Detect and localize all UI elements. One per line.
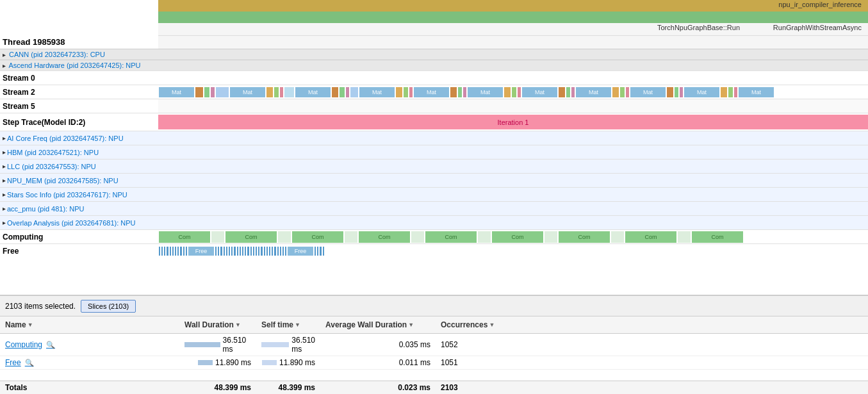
- stars-soc-text: Stars Soc Info (pid 2032647617): NPU: [7, 191, 127, 199]
- stream-0-label: Stream 0: [0, 71, 158, 85]
- overlap-analysis-row[interactable]: ▸ Overlap Analysis (pid 2032647681): NPU: [0, 215, 868, 229]
- bottom-toolbar: 2103 items selected. Slices (2103): [0, 296, 868, 316]
- comp-block-3: Com: [292, 231, 343, 243]
- stream-5-row: Stream 5: [0, 99, 868, 113]
- td-free-name[interactable]: Free 🔍: [0, 356, 179, 369]
- td-computing-name[interactable]: Computing 🔍: [0, 334, 179, 356]
- mat-block-6: Mat: [468, 87, 503, 97]
- npu-mem-arrow: ▸: [3, 177, 6, 184]
- th-self-time-label: Self time: [261, 320, 293, 329]
- computing-label: Computing: [0, 230, 158, 243]
- b26: [680, 87, 683, 97]
- free-tick-33: [272, 247, 273, 256]
- free-tick-6: [172, 247, 174, 256]
- comp-gap-2: [278, 231, 291, 243]
- ascend-section[interactable]: ▸ Ascend Hardware (pid 2032647425): NPU: [0, 60, 868, 70]
- b25: [675, 87, 678, 97]
- td-totals-avg: 0.023 ms: [320, 381, 436, 394]
- free-tick-8: [177, 247, 179, 256]
- acc-pmu-row[interactable]: ▸ acc_pmu (pid 481): NPU: [0, 201, 868, 215]
- free-tick-35: [277, 247, 279, 256]
- td-free-self: 11.890 ms: [256, 356, 320, 369]
- ascend-label[interactable]: ▸ Ascend Hardware (pid 2032647425): NPU: [0, 60, 158, 70]
- mat-block-11: Mat: [739, 87, 774, 97]
- cann-label[interactable]: ▸ CANN (pid 2032647233): CPU: [0, 49, 158, 60]
- th-avg-wall[interactable]: Average Wall Duration ▼: [320, 319, 436, 331]
- comp-block-5: Com: [425, 231, 477, 243]
- ascend-arrow: ▸: [3, 62, 6, 69]
- npu-mem-row[interactable]: ▸ NPU_MEM (pid 2032647585): NPU: [0, 173, 868, 187]
- acc-pmu-label[interactable]: ▸ acc_pmu (pid 481): NPU: [0, 202, 158, 215]
- npu-mem-chart: [158, 174, 868, 187]
- comp-block-4: Com: [359, 231, 410, 243]
- th-self-time[interactable]: Self time ▼: [256, 319, 320, 331]
- stream-0-text: Stream 0: [3, 74, 35, 83]
- th-name-sort-icon: ▼: [28, 322, 33, 328]
- td-free-occ: 1051: [436, 356, 532, 369]
- free-tick-5: [170, 247, 171, 256]
- free-tick-3: [164, 247, 165, 256]
- mat-block-2: Mat: [230, 87, 265, 97]
- overlap-analysis-label[interactable]: ▸ Overlap Analysis (pid 2032647681): NPU: [0, 216, 158, 229]
- ai-core-freq-label[interactable]: ▸ AI Core Freq (pid 2032647457): NPU: [0, 131, 158, 145]
- stars-soc-arrow: ▸: [3, 191, 6, 198]
- th-avg-wall-label: Average Wall Duration: [325, 320, 407, 329]
- mat-block-pink: [211, 87, 215, 97]
- b27: [721, 87, 727, 97]
- computing-self-value: 36.510 ms: [291, 336, 315, 354]
- free-search-icon[interactable]: 🔍: [25, 359, 34, 367]
- free-tick-40: [317, 247, 318, 256]
- comp-gap-6: [545, 231, 557, 243]
- free-chart: Free: [158, 244, 868, 258]
- llc-row[interactable]: ▸ LLC (pid 2032647553): NPU: [0, 159, 868, 173]
- free-tick-16: [226, 247, 227, 256]
- slices-tab[interactable]: Slices (2103): [81, 300, 136, 313]
- th-name[interactable]: Name ▼: [0, 319, 179, 331]
- b23: [626, 87, 629, 97]
- b15: [504, 87, 511, 97]
- mat-block-accent: [195, 87, 203, 97]
- free-label: Free: [0, 244, 158, 258]
- mat-block-7: Mat: [522, 87, 557, 97]
- ai-core-freq-row[interactable]: ▸ AI Core Freq (pid 2032647457): NPU: [0, 131, 868, 145]
- hbm-row[interactable]: ▸ HBM (pid 2032647521): NPU: [0, 145, 868, 159]
- green-bar-label2: RunGraphWithStreamAsync: [773, 24, 862, 31]
- acc-pmu-text: acc_pmu (pid 481): NPU: [7, 205, 84, 213]
- free-wall-value: 11.890 ms: [215, 358, 251, 367]
- b16: [512, 87, 516, 97]
- th-occurrences[interactable]: Occurrences ▼: [436, 319, 532, 331]
- b29: [734, 87, 737, 97]
- stars-soc-row[interactable]: ▸ Stars Soc Info (pid 2032647617): NPU: [0, 187, 868, 201]
- overlap-analysis-chart: [158, 216, 868, 229]
- mat-block-5: Mat: [414, 87, 449, 97]
- free-tick-12: [215, 247, 217, 256]
- computing-wall-value: 36.510 ms: [223, 336, 251, 354]
- free-tick-36: [280, 247, 281, 256]
- mat-block-green: [204, 87, 209, 97]
- hbm-arrow: ▸: [3, 149, 6, 156]
- cann-section[interactable]: ▸ CANN (pid 2032647233): CPU: [0, 49, 868, 60]
- b2: [274, 87, 279, 97]
- free-tick-19: [234, 247, 236, 256]
- stars-soc-label[interactable]: ▸ Stars Soc Info (pid 2032647617): NPU: [0, 188, 158, 201]
- free-tick-15: [224, 247, 225, 256]
- free-row-name: Free: [5, 358, 21, 367]
- free-tick-1: [159, 247, 160, 256]
- table-row-computing: Computing 🔍 36.510 ms 36.510 ms 0.035 ms: [0, 334, 868, 356]
- overlap-analysis-text: Overlap Analysis (pid 2032647681): NPU: [7, 219, 136, 227]
- td-free-avg: 0.011 ms: [320, 356, 436, 369]
- llc-label[interactable]: ▸ LLC (pid 2032647553): NPU: [0, 160, 158, 173]
- free-avg-value: 0.011 ms: [399, 358, 430, 367]
- npu-mem-label[interactable]: ▸ NPU_MEM (pid 2032647585): NPU: [0, 174, 158, 187]
- mat-block-4: Mat: [359, 87, 395, 97]
- th-wall-duration[interactable]: Wall Duration ▼: [179, 319, 256, 331]
- table-header: Name ▼ Wall Duration ▼ Self time ▼ Avera…: [0, 316, 868, 334]
- th-occ-sort-icon: ▼: [489, 322, 495, 328]
- computing-self-bar: [261, 342, 289, 347]
- stream-2-row: Stream 2 Mat Mat Mat Mat: [0, 85, 868, 99]
- hbm-label[interactable]: ▸ HBM (pid 2032647521): NPU: [0, 145, 158, 159]
- computing-search-icon[interactable]: 🔍: [46, 341, 55, 349]
- stream-2-text: Stream 2: [3, 88, 35, 97]
- step-trace-chart: Iteration 1: [158, 113, 868, 131]
- free-tick-34: [274, 247, 276, 256]
